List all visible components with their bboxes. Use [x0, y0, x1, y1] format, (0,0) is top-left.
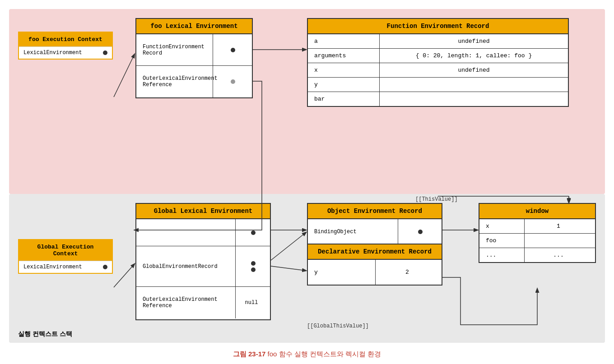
window-row-value	[525, 234, 592, 248]
dot-func-env	[231, 48, 235, 52]
func-env-row-key: a	[308, 34, 380, 48]
global-lex-row3: OuterLexicalEnvironment Reference null	[136, 287, 270, 318]
func-env-row-key: y	[308, 78, 380, 92]
foo-execution-context: foo Execution Context LexicalEnvironment	[18, 32, 113, 60]
this-value-label: [[ThisValue]]	[415, 196, 458, 203]
region-top: foo Execution Context LexicalEnvironment…	[9, 9, 605, 194]
foo-lexical-env-header: foo Lexical Environment	[136, 19, 252, 34]
binding-object-label: BindingObject	[308, 219, 398, 244]
foo-exec-row: LexicalEnvironment	[19, 46, 112, 59]
decl-y-value: 2	[376, 260, 439, 285]
func-env-row-value: { 0: 20, length: 1, callee: foo }	[380, 49, 568, 63]
function-env-rows: a undefined arguments { 0: 20, length: 1…	[308, 34, 568, 106]
caption-text: foo 함수 실행 컨텍스트와 렉시컬 환경	[268, 350, 381, 358]
object-env-record: Object Environment Record BindingObject	[307, 203, 442, 245]
foo-execution-context-header: foo Execution Context	[19, 32, 112, 46]
global-lexical-env: Global Lexical Environment GlobalEnviron…	[135, 203, 271, 320]
dot-obj-env	[251, 230, 256, 235]
window-row-value: 1	[525, 219, 592, 233]
global-lex-obj-dot	[236, 219, 267, 246]
dot-global-env1	[251, 261, 256, 266]
main-container: foo Execution Context LexicalEnvironment…	[9, 9, 605, 359]
func-env-row: a undefined	[308, 34, 568, 49]
func-env-row-key: x	[308, 63, 380, 77]
foo-lex-outer-label: OuterLexicalEnvironment Reference	[136, 66, 213, 97]
window-header: window	[479, 204, 595, 219]
outer-lex-env-label: OuterLexicalEnvironment Reference	[136, 287, 236, 318]
obj-env-row1: BindingObject	[308, 219, 442, 244]
declarative-env-record-header: Declarative Environment Record	[308, 244, 442, 260]
dot-outer-ref	[231, 79, 235, 84]
region-bottom: Global Execution Context LexicalEnvironm…	[9, 194, 605, 343]
global-this-value-label: [[GlobalThisValue]]	[307, 323, 369, 329]
global-lex-obj-spacer	[136, 219, 236, 246]
func-env-row: bar	[308, 92, 568, 106]
stack-label: 실행 컨텍스트 스택	[18, 330, 72, 338]
window-row: foo	[479, 234, 595, 248]
foo-lex-row1: FunctionEnvironment Record	[136, 34, 252, 66]
window-row: ... ...	[479, 248, 595, 262]
caption-figure: 그림 23-17	[233, 350, 266, 358]
function-env-record-header: Function Environment Record	[308, 19, 568, 34]
global-exec-row: LexicalEnvironment	[19, 261, 112, 273]
global-env-dots	[236, 246, 267, 286]
binding-object-dot	[398, 219, 439, 244]
dot-binding	[418, 230, 423, 234]
func-env-row: y	[308, 78, 568, 92]
decl-env-row1: y 2	[308, 260, 442, 285]
window-row-key: x	[479, 219, 525, 233]
caption: 그림 23-17 foo 함수 실행 컨텍스트와 렉시컬 환경	[9, 350, 605, 359]
global-env-record-label: GlobalEnvironmentRecord	[136, 246, 236, 286]
func-env-row-value: undefined	[380, 63, 568, 77]
foo-lex-row2: OuterLexicalEnvironment Reference	[136, 66, 252, 97]
decl-y-label: y	[308, 260, 376, 285]
global-exec-context-header: Global Execution Context	[19, 240, 112, 261]
window-row-value: ...	[525, 248, 592, 262]
window-row-key: ...	[479, 248, 525, 262]
func-env-row-value	[380, 92, 568, 106]
global-lexical-env-header: Global Lexical Environment	[136, 204, 270, 219]
foo-lexical-env: foo Lexical Environment FunctionEnvironm…	[135, 18, 253, 98]
window-row-key: foo	[479, 234, 525, 248]
global-exec-dot	[103, 265, 107, 269]
function-env-record: Function Environment Record a undefined …	[307, 18, 569, 107]
func-env-row: arguments { 0: 20, length: 1, callee: fo…	[308, 49, 568, 63]
window-box: window x 1 foo ... ...	[479, 203, 596, 263]
window-row: x 1	[479, 219, 595, 234]
dot-global-env2	[251, 267, 256, 272]
foo-lex-func-env-label: FunctionEnvironment Record	[136, 34, 213, 65]
foo-lex-outer-dot	[213, 66, 249, 97]
global-execution-context: Global Execution Context LexicalEnvironm…	[18, 239, 113, 274]
func-env-row-key: arguments	[308, 49, 380, 63]
foo-exec-dot	[103, 51, 107, 55]
foo-exec-label: LexicalEnvironment	[23, 50, 99, 56]
global-lex-row1	[136, 219, 270, 246]
global-exec-label: LexicalEnvironment	[23, 264, 99, 270]
global-lex-row2: GlobalEnvironmentRecord	[136, 246, 270, 287]
window-rows: x 1 foo ... ...	[479, 219, 595, 262]
object-env-record-header: Object Environment Record	[308, 204, 442, 219]
func-env-row-value: undefined	[380, 34, 568, 48]
foo-lex-func-env-dot	[213, 34, 249, 65]
outer-lex-null: null	[236, 287, 267, 318]
func-env-row-value	[380, 78, 568, 92]
func-env-row-key: bar	[308, 92, 380, 106]
func-env-row: x undefined	[308, 63, 568, 78]
declarative-env-record: Declarative Environment Record y 2	[307, 244, 442, 286]
